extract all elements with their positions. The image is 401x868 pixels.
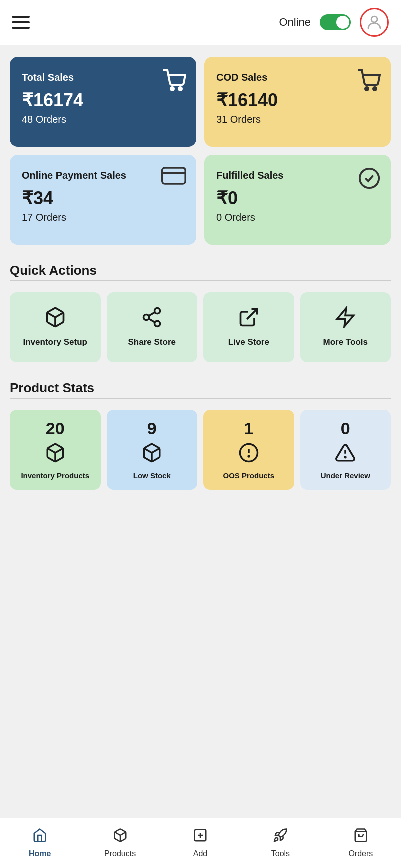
- svg-point-0: [372, 16, 378, 22]
- nav-add[interactable]: Add: [160, 818, 240, 868]
- header-right: Online: [279, 8, 389, 37]
- warning-circle-icon: [238, 442, 260, 467]
- cod-sales-amount: ₹16140: [216, 90, 379, 111]
- product-stats-title: Product Stats: [10, 380, 391, 396]
- live-store-action[interactable]: Live Store: [204, 292, 294, 362]
- low-stock-icon: [142, 442, 162, 467]
- low-stock-label: Low Stock: [134, 471, 171, 481]
- cod-sales-orders: 31 Orders: [216, 114, 379, 126]
- total-sales-icon: [162, 69, 186, 93]
- orders-icon: [354, 828, 368, 846]
- hamburger-menu[interactable]: [12, 16, 30, 29]
- inventory-setup-label: Inventory Setup: [24, 337, 88, 348]
- more-tools-action[interactable]: More Tools: [300, 292, 392, 362]
- online-payment-amount: ₹34: [22, 188, 184, 209]
- nav-add-label: Add: [194, 850, 208, 858]
- nav-tools-label: Tools: [272, 850, 290, 858]
- nav-tools[interactable]: Tools: [240, 818, 320, 868]
- quick-actions-section: Quick Actions Inventory Setup: [10, 263, 391, 362]
- svg-line-12: [149, 319, 156, 322]
- product-stats-grid: 20 Inventory Products 9: [10, 410, 391, 490]
- svg-line-14: [247, 310, 257, 320]
- product-stats-section: Product Stats 20 Inventory Products: [10, 380, 391, 490]
- header: Online: [0, 0, 401, 45]
- share-icon: [141, 306, 163, 331]
- svg-point-1: [171, 88, 174, 90]
- total-sales-card[interactable]: Total Sales ₹16174 48 Orders: [10, 57, 196, 147]
- nav-orders-label: Orders: [348, 850, 373, 858]
- under-review-label: Under Review: [321, 471, 370, 481]
- share-store-label: Share Store: [128, 337, 176, 348]
- inventory-products-number: 20: [46, 419, 65, 438]
- low-stock-card[interactable]: 9 Low Stock: [107, 410, 198, 490]
- nav-products-label: Products: [104, 850, 136, 858]
- svg-point-2: [179, 88, 182, 90]
- inventory-setup-action[interactable]: Inventory Setup: [10, 292, 101, 362]
- share-store-action[interactable]: Share Store: [107, 292, 198, 362]
- svg-point-11: [155, 322, 160, 327]
- total-sales-amount: ₹16174: [22, 90, 184, 111]
- fulfilled-sales-amount: ₹0: [216, 188, 379, 209]
- cod-sales-title: COD Sales: [216, 71, 379, 84]
- fulfilled-sales-orders: 0 Orders: [216, 212, 379, 224]
- inventory-products-icon: [45, 442, 66, 467]
- total-sales-orders: 48 Orders: [22, 114, 184, 126]
- product-stats-divider: [10, 398, 391, 399]
- app-container: Online Total Sales: [0, 0, 401, 868]
- inventory-products-label: Inventory Products: [21, 471, 90, 481]
- online-payment-icon: [162, 167, 186, 187]
- svg-marker-15: [338, 308, 354, 327]
- svg-point-7: [360, 169, 379, 188]
- fulfilled-sales-title: Fulfilled Sales: [216, 169, 379, 182]
- external-link-icon: [238, 306, 260, 331]
- svg-point-9: [155, 308, 160, 314]
- bottom-nav: Home Products Add: [0, 818, 401, 868]
- fulfilled-sales-icon: [358, 167, 381, 192]
- nav-home[interactable]: Home: [0, 818, 80, 868]
- inventory-products-card[interactable]: 20 Inventory Products: [10, 410, 101, 490]
- box-icon: [44, 306, 66, 331]
- home-icon: [32, 828, 48, 846]
- nav-home-label: Home: [29, 850, 51, 858]
- tools-icon: [273, 828, 288, 846]
- online-payment-card[interactable]: Online Payment Sales ₹34 17 Orders: [10, 155, 196, 245]
- svg-point-3: [366, 88, 368, 90]
- svg-point-10: [144, 315, 150, 320]
- online-payment-orders: 17 Orders: [22, 212, 184, 224]
- more-tools-label: More Tools: [324, 337, 368, 348]
- online-toggle[interactable]: [320, 14, 351, 30]
- main-content: Total Sales ₹16174 48 Orders COD Sales: [0, 45, 401, 868]
- quick-actions-grid: Inventory Setup Share Store: [10, 292, 391, 362]
- fulfilled-sales-card[interactable]: Fulfilled Sales ₹0 0 Orders: [204, 155, 391, 245]
- quick-actions-divider: [10, 280, 391, 282]
- nav-products[interactable]: Products: [80, 818, 160, 868]
- online-label: Online: [279, 16, 311, 29]
- products-icon: [113, 828, 128, 846]
- under-review-number: 0: [341, 419, 350, 438]
- avatar[interactable]: [360, 8, 389, 37]
- stats-grid: Total Sales ₹16174 48 Orders COD Sales: [10, 57, 391, 245]
- cod-sales-card[interactable]: COD Sales ₹16140 31 Orders: [204, 57, 391, 147]
- warning-triangle-icon: [335, 442, 356, 467]
- under-review-card[interactable]: 0 Under Review: [300, 410, 392, 490]
- total-sales-title: Total Sales: [22, 71, 184, 84]
- nav-orders[interactable]: Orders: [321, 818, 401, 868]
- quick-actions-title: Quick Actions: [10, 263, 391, 278]
- oos-products-card[interactable]: 1 OOS Products: [204, 410, 294, 490]
- oos-products-label: OOS Products: [223, 471, 274, 481]
- svg-line-13: [149, 312, 156, 316]
- svg-rect-5: [162, 168, 186, 184]
- low-stock-number: 9: [148, 419, 157, 438]
- live-store-label: Live Store: [228, 337, 270, 348]
- online-payment-title: Online Payment Sales: [22, 169, 184, 182]
- oos-products-number: 1: [244, 419, 254, 438]
- add-icon: [193, 828, 208, 846]
- bolt-icon: [334, 306, 356, 331]
- svg-point-4: [374, 88, 376, 90]
- cod-sales-icon: [357, 69, 381, 93]
